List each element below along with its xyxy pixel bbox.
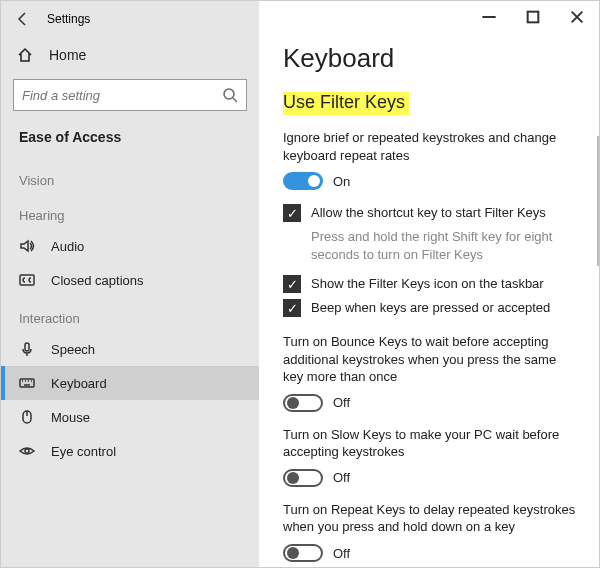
home-label: Home [49,47,86,63]
slow-desc: Turn on Slow Keys to make your PC wait b… [283,426,579,461]
svg-point-0 [224,89,234,99]
nav-label: Audio [51,239,84,254]
home-nav[interactable]: Home [1,37,259,73]
group-vision: Vision [1,159,259,194]
sidebar: Settings Home Ease of Access Vision Hear… [1,1,259,567]
svg-point-5 [25,449,29,453]
nav-label: Closed captions [51,273,144,288]
bounce-desc: Turn on Bounce Keys to wait before accep… [283,333,579,386]
keyboard-icon [19,375,37,391]
section-title: Ease of Access [1,125,259,159]
cc-icon [19,272,37,288]
eye-icon [19,443,37,459]
nav-label: Eye control [51,444,116,459]
maximize-button[interactable] [511,1,555,33]
mouse-icon [19,409,37,425]
home-icon [17,47,35,63]
filter-keys-desc: Ignore brief or repeated keystrokes and … [283,129,579,164]
sidebar-item-audio[interactable]: Audio [1,229,259,263]
svg-rect-2 [25,343,29,351]
main-content: Keyboard Use Filter Keys Ignore brief or… [259,1,599,567]
beep-checkbox[interactable]: ✓ [283,299,301,317]
page-title: Keyboard [283,43,579,74]
svg-rect-3 [20,379,34,387]
audio-icon [19,238,37,254]
minimize-button[interactable] [467,1,511,33]
sidebar-item-speech[interactable]: Speech [1,332,259,366]
filter-keys-toggle[interactable] [283,172,323,190]
repeat-desc: Turn on Repeat Keys to delay repeated ke… [283,501,579,536]
allow-shortcut-checkbox[interactable]: ✓ [283,204,301,222]
mic-icon [19,341,37,357]
toggle-label: Off [333,395,350,410]
nav-label: Speech [51,342,95,357]
nav-label: Mouse [51,410,90,425]
toggle-label: Off [333,546,350,561]
search-box[interactable] [13,79,247,111]
sidebar-item-eye-control[interactable]: Eye control [1,434,259,468]
titlebar: Settings [1,1,259,37]
back-button[interactable] [11,7,35,31]
show-icon-checkbox[interactable]: ✓ [283,275,301,293]
search-input[interactable] [22,88,222,103]
scrollbar[interactable] [597,136,599,266]
sidebar-item-mouse[interactable]: Mouse [1,400,259,434]
sidebar-item-closed-captions[interactable]: Closed captions [1,263,259,297]
section-heading: Use Filter Keys [283,92,409,115]
toggle-label: On [333,174,350,189]
nav-label: Keyboard [51,376,107,391]
toggle-label: Off [333,470,350,485]
check-label: Allow the shortcut key to start Filter K… [311,204,546,222]
close-button[interactable] [555,1,599,33]
svg-rect-6 [528,12,539,23]
slow-keys-toggle[interactable] [283,469,323,487]
group-interaction: Interaction [1,297,259,332]
sidebar-item-keyboard[interactable]: Keyboard [1,366,259,400]
check-label: Beep when keys are pressed or accepted [311,299,550,317]
group-hearing: Hearing [1,194,259,229]
app-title: Settings [47,12,90,26]
shortcut-hint: Press and hold the right Shift key for e… [311,228,579,263]
window-controls [467,1,599,33]
svg-rect-1 [20,275,34,285]
check-label: Show the Filter Keys icon on the taskbar [311,275,544,293]
search-icon [222,87,238,103]
repeat-keys-toggle[interactable] [283,544,323,562]
bounce-keys-toggle[interactable] [283,394,323,412]
